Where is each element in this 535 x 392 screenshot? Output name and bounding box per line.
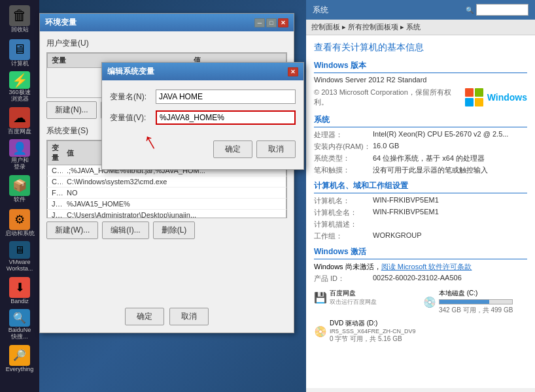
table-row[interactable]: JAVA_HOME%JAVA15_HOME% (48, 199, 286, 210)
windows-copyright: © 2013 Microsoft Corporation，保留所有权利。 (314, 88, 465, 107)
minimize-button[interactable]: ─ (254, 18, 265, 27)
var-name-input[interactable] (156, 90, 296, 104)
ram-value: 16.0 GB (373, 142, 527, 152)
taskbar-icon-computer[interactable]: 🖥 计算机 (4, 37, 35, 69)
env-dialog: 环境变量 ─ □ ✕ 用户变量(U) 变量 值 (39, 13, 294, 333)
var-value-row: 变量值(V): (110, 110, 296, 125)
taskbar-icon-software[interactable]: 📦 软件 (4, 173, 35, 204)
ram-row: 安装内存(RAM)： 16.0 GB (314, 142, 527, 152)
baidu-disk-sub: 双击运行百度网盘 (330, 298, 377, 306)
var-value-cell: C:\Windows\system32\cmd.exe (63, 176, 286, 188)
taskbar-icon-everything[interactable]: 🔎 Everything (4, 343, 35, 374)
local-disk-free: 342 GB 可用，共 499 GB (439, 306, 513, 315)
dvd-label: DVD 驱动器 (D:) (330, 319, 416, 328)
activation-link[interactable]: 阅读 Microsoft 软件许可条款 (381, 262, 472, 272)
breadcrumb: 控制面板 ▸ 所有控制面板项 ▸ 系统 (306, 20, 535, 35)
computer-name-value: WIN-FRKIBVP5EM1 (373, 196, 527, 206)
taskbar-icon-baidu[interactable]: ☁ 百度网盘 (4, 105, 35, 137)
logo-green (475, 88, 483, 97)
full-name-value: WIN-FRKIBVP5EM1 (373, 208, 527, 218)
computer-info-label: 计算机名、域和工作组设置 (314, 180, 527, 193)
processor-key: 处理器： (314, 130, 373, 140)
windows-text: Windows (487, 92, 527, 103)
edit-cancel-button[interactable]: 取消 (256, 140, 296, 158)
taskbar-icon-bandiz[interactable]: ⬇ Bandiz (4, 275, 35, 306)
logo-red (465, 88, 474, 97)
system-section-label: 系统 (314, 114, 527, 127)
edit-close-button[interactable]: ✕ (288, 67, 298, 76)
edit-dialog-titlebar: 编辑系统变量 ✕ (102, 63, 303, 80)
product-id-value: 00252-60020-23102-AA506 (373, 274, 527, 284)
var-value-input[interactable] (156, 110, 296, 125)
maximize-button[interactable]: □ (266, 18, 277, 27)
description-row: 计算机描述： (314, 220, 527, 229)
computer-name-row: 计算机名： WIN-FRKIBVP5EM1 (314, 196, 527, 206)
table-row[interactable]: ComSpecC:\Windows\system32\cmd.exe (48, 176, 286, 188)
env-cancel-button[interactable]: 取消 (169, 308, 209, 325)
system-type-value: 64 位操作系统，基于 x64 的处理器 (373, 154, 527, 163)
description-key: 计算机描述： (314, 220, 373, 229)
taskbar-left: 🗑 回收站 🖥 计算机 ⚡ 360极速浏览器 ☁ 百度网盘 👤 用户和登录 📦 … (0, 0, 39, 392)
full-name-key: 计算机全名： (314, 208, 373, 218)
taskbar-icon-360[interactable]: ⚡ 360极速浏览器 (4, 71, 35, 103)
user-new-button[interactable]: 新建(N)... (46, 101, 97, 119)
system-new-button[interactable]: 新建(W)... (46, 221, 98, 239)
pen-touch-row: 笔和触摸： 没有可用于此显示器的笔或触控输入 (314, 165, 527, 175)
taskbar-icon-baidune[interactable]: 🔍 BaiduNe快搜... (4, 309, 35, 340)
titlebar-buttons: ─ □ ✕ (254, 18, 288, 27)
system-type-row: 系统类型： 64 位操作系统，基于 x64 的处理器 (314, 154, 527, 163)
system-btn-row: 新建(W)... 编辑(I)... 删除(L) (46, 221, 287, 239)
sys-col-variable: 变量 (48, 141, 63, 165)
var-value-cell: C:\Users\Administrator\Desktop\junajin..… (63, 210, 286, 219)
var-name-label: 变量名(N): (110, 91, 156, 103)
search-input[interactable] (476, 4, 528, 16)
processor-row: 处理器： Intel(R) Xeon(R) CPU E5-2670 v2 @ 2… (314, 130, 527, 140)
baidu-disk-label: 百度网盘 (330, 289, 377, 298)
edit-dialog-title: 编辑系统变量 (107, 66, 154, 77)
windows-logo: Windows (465, 88, 527, 106)
var-name-cell: JAVA_HOME (48, 199, 63, 210)
env-dialog-title: 环境变量 (45, 17, 77, 28)
dvd-free: 0 字节 可用，共 5.16 GB (330, 335, 416, 344)
workgroup-key: 工作组： (314, 231, 373, 241)
var-name-row: 变量名(N): (110, 90, 296, 104)
dvd-name: IR5_SSS_X64FRE_ZH-CN_DV9 (330, 328, 416, 335)
activation-row: Windows 尚未激活， 阅读 Microsoft 软件许可条款 (314, 262, 527, 272)
windows-version-row: Windows Server 2012 R2 Standard (314, 76, 527, 84)
system-delete-button[interactable]: 删除(L) (153, 221, 196, 239)
description-value (373, 220, 527, 229)
edit-dialog-footer: 确定 取消 (102, 137, 303, 162)
env-ok-button[interactable]: 确定 (125, 308, 164, 325)
system-edit-button[interactable]: 编辑(I)... (102, 221, 148, 239)
taskbar-icon-recycle-bin[interactable]: 🗑 回收站 (4, 3, 35, 35)
system-content: 查看有关计算机的基本信息 Windows 版本 Windows Server 2… (306, 35, 535, 388)
local-disk-label: 本地磁盘 (C:) (439, 289, 513, 298)
var-value-cell: %JAVA15_HOME% (63, 199, 286, 210)
table-row[interactable]: JAVA15_HOMEC:\Users\Administrator\Deskto… (48, 210, 286, 219)
edit-ok-button[interactable]: 确定 (213, 140, 252, 158)
system-panel-header: 系统 🔍 (306, 0, 535, 20)
system-content-title: 查看有关计算机的基本信息 (314, 42, 527, 54)
env-dialog-titlebar: 环境变量 ─ □ ✕ (40, 14, 294, 31)
taskbar-icon-startup[interactable]: ⚙ 启动和系统 (4, 207, 35, 238)
env-dialog-footer: 确定 取消 (46, 302, 287, 325)
table-row[interactable]: FP_NO_HOST_CH...NO (48, 188, 286, 199)
var-value-label: 变量值(V): (110, 112, 156, 123)
windows-version-value: Windows Server 2012 R2 Standard (314, 76, 527, 84)
pen-touch-key: 笔和触摸： (314, 165, 373, 175)
taskbar-icon-user[interactable]: 👤 用户和登录 (4, 139, 35, 171)
close-button[interactable]: ✕ (278, 18, 288, 27)
product-id-key: 产品 ID： (314, 274, 373, 284)
pen-touch-value: 没有可用于此显示器的笔或触控输入 (373, 165, 527, 175)
system-panel: 系统 🔍 控制面板 ▸ 所有控制面板项 ▸ 系统 查看有关计算机的基本信息 Wi… (306, 0, 535, 392)
taskbar-icon-vmware[interactable]: 🖥 VMwareWorksta... (4, 241, 35, 272)
breadcrumb-text: 控制面板 ▸ 所有控制面板项 ▸ 系统 (311, 22, 421, 32)
var-name-cell: ComSpec (48, 176, 63, 188)
computer-name-key: 计算机名： (314, 196, 373, 206)
var-name-cell: FP_NO_HOST_CH... (48, 188, 63, 199)
product-id-row: 产品 ID： 00252-60020-23102-AA506 (314, 274, 527, 284)
user-section-title: 用户变量(U) (46, 38, 287, 49)
logo-yellow (475, 98, 483, 106)
logo-blue (465, 98, 474, 106)
workgroup-value: WORKGROUP (373, 231, 527, 241)
